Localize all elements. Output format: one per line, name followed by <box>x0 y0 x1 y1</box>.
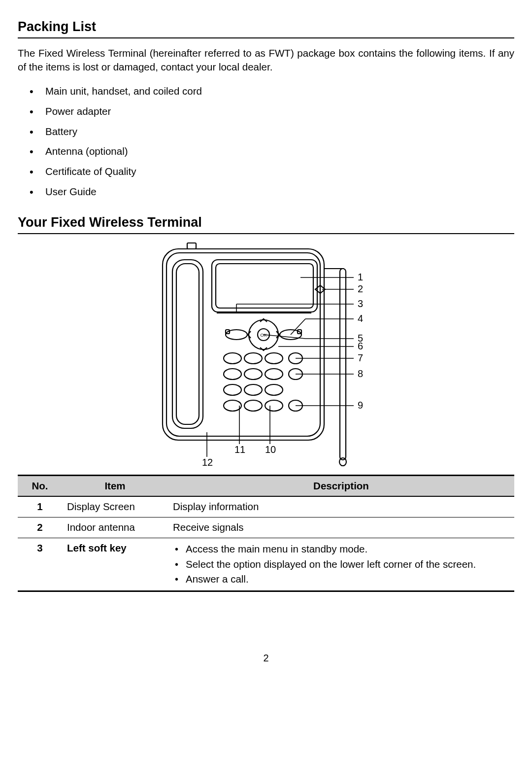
list-item: Power adapter <box>30 102 514 122</box>
th-item: Item <box>62 475 168 496</box>
callout-11: 11 <box>234 444 245 455</box>
svg-point-20 <box>244 369 262 380</box>
table-row: 3 Left soft key Access the main menu in … <box>18 538 514 591</box>
svg-point-23 <box>224 384 241 395</box>
list-item: Antenna (optional) <box>30 141 514 162</box>
desc-bullet: Access the main menu in standby mode. <box>175 542 509 556</box>
svg-rect-4 <box>176 264 199 424</box>
table-row: 1 Display Screen Display information <box>18 496 514 517</box>
list-item: Battery <box>30 122 514 142</box>
terminal-diagram: OK <box>18 240 514 471</box>
svg-line-39 <box>264 335 305 339</box>
svg-point-25 <box>265 384 283 395</box>
svg-rect-3 <box>172 260 203 428</box>
list-item: User Guide <box>30 182 514 202</box>
svg-point-26 <box>224 400 241 411</box>
callout-6: 6 <box>358 341 363 351</box>
cell-item: Indoor antenna <box>62 518 168 538</box>
page-number: 2 <box>18 651 514 665</box>
svg-rect-31 <box>340 269 346 460</box>
callout-1: 1 <box>358 272 363 282</box>
callout-8: 8 <box>358 368 363 379</box>
cell-desc: Access the main menu in standby mode. Se… <box>168 538 514 591</box>
callout-4: 4 <box>358 313 363 324</box>
svg-rect-2 <box>187 243 196 249</box>
th-no: No. <box>18 475 62 496</box>
cell-desc: Display information <box>168 496 514 517</box>
parts-table: No. Item Description 1 Display Screen Di… <box>18 475 514 592</box>
packing-list: Main unit, handset, and coiled cord Powe… <box>18 81 514 202</box>
cell-no: 3 <box>18 538 62 591</box>
callout-10: 10 <box>265 444 276 455</box>
svg-rect-1 <box>166 253 320 436</box>
desc-bullet: Select the option displayed on the lower… <box>175 557 509 572</box>
callout-9: 9 <box>358 400 363 411</box>
callout-12: 12 <box>202 457 213 467</box>
section-title-packing: Packing List <box>18 18 514 38</box>
cell-desc: Receive signals <box>168 518 514 538</box>
svg-point-16 <box>244 353 262 364</box>
svg-point-17 <box>265 353 283 364</box>
svg-point-19 <box>224 369 241 380</box>
svg-point-11 <box>226 330 247 340</box>
svg-point-32 <box>339 458 346 466</box>
cell-no: 2 <box>18 518 62 538</box>
desc-bullet: Answer a call. <box>175 572 509 586</box>
table-row: 2 Indoor antenna Receive signals <box>18 518 514 538</box>
svg-point-28 <box>265 400 283 411</box>
svg-rect-6 <box>216 264 313 308</box>
callout-3: 3 <box>358 298 363 309</box>
svg-point-15 <box>224 353 241 364</box>
svg-point-24 <box>244 384 262 395</box>
list-item: Certificate of Quality <box>30 162 514 182</box>
section-title-terminal: Your Fixed Wireless Terminal <box>18 213 514 234</box>
th-desc: Description <box>168 475 514 496</box>
svg-point-27 <box>244 400 262 411</box>
packing-intro: The Fixed Wireless Terminal (hereinafter… <box>18 46 514 74</box>
list-item: Main unit, handset, and coiled cord <box>30 81 514 102</box>
cell-no: 1 <box>18 496 62 517</box>
callout-2: 2 <box>358 283 363 294</box>
cell-item: Left soft key <box>62 538 168 591</box>
cell-item: Display Screen <box>62 496 168 517</box>
callout-7: 7 <box>358 352 363 363</box>
terminal-diagram-svg: OK <box>153 240 379 467</box>
svg-rect-0 <box>163 249 324 440</box>
svg-point-21 <box>265 369 283 380</box>
